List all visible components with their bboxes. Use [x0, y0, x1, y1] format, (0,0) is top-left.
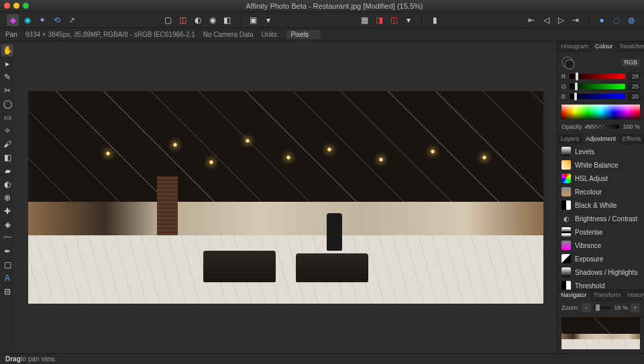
- adj-hsl[interactable]: HSL Adjust: [557, 172, 644, 185]
- dodge-tool[interactable]: ◐: [1, 178, 13, 190]
- align-icon[interactable]: ▣: [248, 14, 260, 26]
- b-label: B: [561, 93, 567, 100]
- frame-text-tool[interactable]: ⊟: [1, 286, 13, 298]
- adj-vibrance[interactable]: Vibrance: [557, 239, 644, 252]
- adj-levels[interactable]: Levels: [557, 145, 644, 158]
- smudge-tool[interactable]: 〰: [1, 232, 13, 244]
- subtract-circle-icon[interactable]: ◌: [610, 14, 623, 26]
- hue-picker[interactable]: [561, 105, 640, 119]
- close-window-button[interactable]: [4, 3, 10, 9]
- persona-toolbar: ◆ ◉ ✦ ⟲ ↗ ▢ ◫ ◐ ◉ ◧ ▣ ▾ ▦ ◨ ◫ ▾ ▮ ⇤ ◁ ▷ …: [0, 12, 644, 28]
- options-icon[interactable]: ▾: [402, 14, 415, 26]
- adj-posterise[interactable]: Posterise: [557, 225, 644, 239]
- adjustments-list: Levels White Balance HSL Adjust Recolour…: [557, 145, 644, 290]
- tab-adjustment[interactable]: Adjustment: [582, 134, 619, 145]
- green-slider[interactable]: [570, 84, 625, 89]
- colour-picker-tool[interactable]: ✎: [1, 71, 13, 83]
- add-circle-icon[interactable]: ●: [596, 14, 608, 26]
- text-tool[interactable]: A: [1, 272, 13, 284]
- tone-map-persona-icon[interactable]: ⟲: [51, 14, 63, 26]
- red-slider[interactable]: [570, 74, 625, 79]
- tab-effects[interactable]: Effects: [619, 134, 644, 145]
- autocrop-icon[interactable]: ▢: [162, 14, 174, 26]
- window-controls: [4, 3, 29, 9]
- inpaint-tool[interactable]: ◈: [1, 219, 13, 231]
- liquify-persona-icon[interactable]: ◉: [21, 14, 34, 26]
- quickmask-icon[interactable]: ▦: [358, 14, 370, 26]
- selection-brush-tool[interactable]: ◯: [1, 98, 13, 110]
- adj-threshold[interactable]: Threshold: [557, 279, 644, 290]
- colour-mode-select[interactable]: RGB: [621, 58, 640, 66]
- zoom-in-button[interactable]: +: [631, 303, 640, 312]
- paint-brush-tool[interactable]: 🖌: [1, 138, 13, 150]
- opacity-value[interactable]: 100 %: [623, 123, 640, 130]
- tab-transform[interactable]: Transform: [590, 290, 625, 301]
- adj-white-balance[interactable]: White Balance: [557, 158, 644, 172]
- move-forward-icon[interactable]: ▷: [555, 14, 567, 26]
- move-tool[interactable]: ▸: [1, 58, 13, 70]
- title-bar: Affinity Photo Beta - Restaurant.jpg [Mo…: [0, 0, 644, 12]
- zoom-value[interactable]: 16 %: [614, 304, 628, 311]
- minimize-window-button[interactable]: [13, 3, 19, 9]
- tab-histogram[interactable]: Histogram: [557, 42, 592, 52]
- zoom-out-button[interactable]: −: [582, 303, 591, 312]
- export-persona-icon[interactable]: ↗: [66, 14, 78, 26]
- document-info-label: 9334 × 3845px, 35.89MP, RGBA/8 - sRGB IE…: [25, 31, 195, 38]
- tab-history[interactable]: History: [624, 290, 644, 301]
- move-backward-icon[interactable]: ◁: [540, 14, 552, 26]
- tab-layers[interactable]: Layers: [557, 134, 582, 145]
- g-label: G: [561, 83, 567, 90]
- healing-tool[interactable]: ✚: [1, 205, 13, 217]
- shape-tool[interactable]: ▢: [1, 259, 13, 271]
- navigator-panel: Navigator Transform History Channels Zoo…: [557, 290, 644, 353]
- contrast-icon[interactable]: ◐: [192, 14, 204, 26]
- pen-tool[interactable]: ✒: [1, 245, 13, 257]
- arrange-icon[interactable]: ▾: [262, 14, 274, 26]
- intersect-circle-icon[interactable]: ◍: [625, 14, 637, 26]
- gradient-icon[interactable]: ◧: [221, 14, 233, 26]
- snap-flag-icon[interactable]: ◨: [373, 14, 385, 26]
- tab-navigator[interactable]: Navigator: [557, 290, 590, 301]
- flood-select-tool[interactable]: ✧: [1, 125, 13, 137]
- r-label: R: [561, 73, 567, 80]
- green-value[interactable]: 25: [628, 82, 640, 90]
- fill-tool[interactable]: ▰: [1, 165, 13, 177]
- red-value[interactable]: 28: [628, 72, 640, 80]
- tab-colour[interactable]: Colour: [592, 42, 616, 52]
- erase-tool[interactable]: ◧: [1, 151, 13, 164]
- units-select[interactable]: Pixels: [286, 30, 321, 39]
- adj-exposure[interactable]: Exposure: [557, 252, 644, 265]
- crop-tool[interactable]: ✂: [1, 84, 13, 97]
- colour-wheel-icon[interactable]: ◉: [207, 14, 219, 26]
- adj-brightness-contrast[interactable]: ◐Brightness / Contrast: [557, 212, 644, 225]
- camera-data-label: No Camera Data: [203, 31, 254, 38]
- snap-icon[interactable]: ◫: [388, 14, 400, 26]
- document-canvas[interactable]: [28, 91, 543, 303]
- canvas-viewport[interactable]: [15, 42, 557, 353]
- adj-recolour[interactable]: Recolour: [557, 185, 644, 198]
- zoom-label: Zoom:: [561, 304, 579, 311]
- zoom-slider[interactable]: [594, 306, 612, 309]
- assistant-icon[interactable]: ▮: [429, 14, 441, 26]
- photo-persona-icon[interactable]: ◆: [7, 14, 19, 26]
- selection-icon[interactable]: ◫: [177, 14, 189, 26]
- marquee-tool[interactable]: ▭: [1, 111, 13, 123]
- opacity-slider[interactable]: [585, 125, 621, 129]
- blue-value[interactable]: 20: [628, 93, 640, 101]
- develop-persona-icon[interactable]: ✦: [36, 14, 48, 26]
- status-hint-text: to pan view.: [21, 355, 56, 363]
- move-front-icon[interactable]: ⇥: [570, 14, 582, 26]
- adj-shadows-highlights[interactable]: Shadows / Highlights: [557, 265, 644, 279]
- blue-slider[interactable]: [570, 94, 625, 99]
- tab-swatches[interactable]: Swatches: [616, 42, 644, 52]
- move-back-icon[interactable]: ⇤: [525, 14, 537, 26]
- window-title: Affinity Photo Beta - Restaurant.jpg [Mo…: [29, 2, 640, 10]
- pan-tool[interactable]: ✋: [1, 44, 13, 56]
- adj-bw[interactable]: Black & White: [557, 198, 644, 212]
- primary-colour-well[interactable]: [561, 56, 574, 68]
- navigator-preview[interactable]: [561, 317, 640, 349]
- opacity-label: Opacity: [561, 123, 582, 130]
- clone-tool[interactable]: ⊕: [1, 192, 13, 204]
- maximize-window-button[interactable]: [23, 3, 29, 9]
- units-label: Units:: [262, 31, 279, 38]
